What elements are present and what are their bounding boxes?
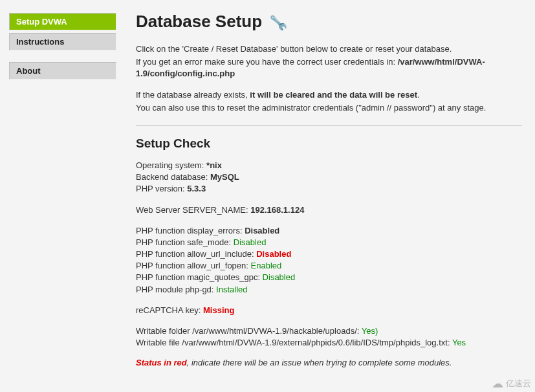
divider [136, 125, 522, 126]
nav-setup[interactable]: Setup DVWA [9, 13, 116, 30]
status-note: Status in red, indicate there will be an… [136, 358, 522, 367]
php-gd-value: Installed [216, 285, 247, 294]
intro-block-1: Click on the 'Create / Reset Database' b… [136, 43, 522, 80]
magic-quotes-value: Disabled [263, 272, 296, 282]
intro-line-1: Click on the 'Create / Reset Database' b… [136, 43, 522, 55]
allow-url-fopen-value: Enabled [251, 261, 282, 270]
php-functions: PHP function display_errors: Disabled PH… [136, 225, 522, 296]
writable-file-value: Yes [452, 338, 466, 347]
recaptcha-info: reCAPTCHA key: Missing [136, 305, 522, 316]
allow-url-include-label: PHP function allow_url_include: [136, 249, 256, 259]
intro-line-3: If the database already exists, it will … [136, 89, 522, 101]
intro-line-4: You can also use this to reset the admin… [136, 102, 522, 114]
cloud-icon: ☁ [492, 378, 503, 389]
sidebar: Setup DVWA Instructions About [0, 0, 123, 392]
os-label: Operating system: [136, 160, 206, 170]
display-errors-value: Disabled [245, 226, 279, 235]
php-gd-label: PHP module php-gd: [136, 285, 216, 294]
setup-check-heading: Setup Check [136, 136, 522, 151]
page-title: Database Setup 🔧 [136, 12, 522, 32]
writable-file-label: Writable file /var/www/html/DVWA-1.9/ext… [136, 338, 452, 347]
watermark: ☁ 亿速云 [492, 378, 531, 389]
allow-url-include-value: Disabled [256, 249, 291, 259]
writable-folder-value: Yes) [362, 326, 378, 336]
page-title-text: Database Setup [136, 12, 262, 31]
status-red: Status in red [136, 358, 187, 367]
server-value: 192.168.1.124 [250, 205, 304, 215]
intro-line-2: If you get an error make sure you have t… [136, 56, 522, 80]
wrench-icon: 🔧 [270, 14, 287, 32]
main-content: Database Setup 🔧 Click on the 'Create / … [123, 0, 535, 392]
watermark-text: 亿速云 [506, 378, 531, 389]
safe-mode-label: PHP function safe_mode: [136, 237, 234, 247]
writable-folder-label: Writable folder /var/www/html/DVWA-1.9/h… [136, 326, 362, 336]
allow-url-fopen-label: PHP function allow_url_fopen: [136, 261, 251, 270]
safe-mode-value: Disabled [234, 237, 267, 247]
status-msg: , indicate there will be an issue when t… [187, 358, 452, 367]
nav-about[interactable]: About [9, 62, 116, 80]
server-info: Web Server SERVER_NAME: 192.168.1.124 [136, 204, 522, 216]
recaptcha-value: Missing [203, 305, 234, 315]
writable-info: Writable folder /var/www/html/DVWA-1.9/h… [136, 325, 522, 349]
server-label: Web Server SERVER_NAME: [136, 205, 250, 215]
system-info: Operating system: *nix Backend database:… [136, 160, 522, 195]
recaptcha-label: reCAPTCHA key: [136, 305, 203, 315]
db-value: MySQL [210, 172, 239, 182]
display-errors-label: PHP function display_errors: [136, 226, 245, 235]
db-label: Backend database: [136, 172, 210, 182]
nav-instructions[interactable]: Instructions [9, 33, 116, 50]
os-value: *nix [206, 160, 222, 170]
intro-block-2: If the database already exists, it will … [136, 89, 522, 114]
magic-quotes-label: PHP function magic_quotes_gpc: [136, 272, 263, 282]
php-value: 5.3.3 [187, 184, 206, 193]
php-label: PHP version: [136, 184, 187, 193]
